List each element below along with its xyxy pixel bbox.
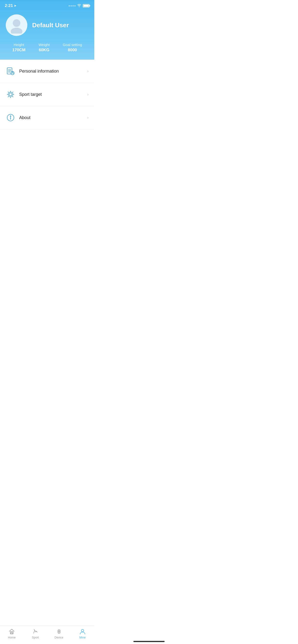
sport-target-label: Sport target (19, 92, 83, 97)
avatar (6, 14, 27, 36)
about-label: About (19, 115, 83, 120)
signal-bars (69, 5, 76, 6)
sport-target-chevron: › (87, 92, 89, 96)
goal-value: 8000 (63, 48, 82, 52)
svg-point-8 (9, 93, 12, 96)
wifi-icon (77, 4, 81, 8)
menu-section: Personal information › Sport target › Ab… (0, 60, 94, 130)
info-circle-icon (6, 113, 15, 122)
goal-label: Goal setting (63, 43, 82, 47)
goal-stat: Goal setting 8000 (63, 43, 82, 52)
height-stat: Height 170CM (12, 43, 26, 52)
gear-icon (6, 90, 15, 99)
weight-stat: Weight 60KG (39, 43, 50, 52)
weight-label: Weight (39, 43, 50, 47)
avatar-image (8, 17, 25, 34)
svg-point-12 (10, 116, 11, 116)
status-time: 2:21 ➤ (5, 3, 16, 8)
menu-item-sport-target[interactable]: Sport target › (0, 83, 94, 106)
person-info-icon (6, 66, 15, 76)
svg-point-1 (11, 28, 23, 34)
svg-point-0 (13, 20, 20, 27)
battery-icon (83, 4, 89, 8)
personal-information-label: Personal information (19, 69, 83, 74)
location-icon: ➤ (14, 4, 16, 8)
weight-value: 60KG (39, 48, 50, 52)
height-label: Height (12, 43, 26, 47)
profile-user-row: Default User (6, 14, 89, 36)
time-display: 2:21 (5, 3, 13, 8)
username: Default User (32, 22, 69, 29)
about-chevron: › (87, 116, 89, 120)
status-right-icons (69, 4, 89, 8)
personal-info-chevron: › (87, 69, 89, 73)
height-value: 170CM (12, 48, 26, 52)
menu-item-about[interactable]: About › (0, 106, 94, 130)
profile-stats: Height 170CM Weight 60KG Goal setting 80… (6, 43, 89, 52)
menu-item-personal-information[interactable]: Personal information › (0, 60, 94, 83)
status-bar: 2:21 ➤ (0, 0, 94, 10)
